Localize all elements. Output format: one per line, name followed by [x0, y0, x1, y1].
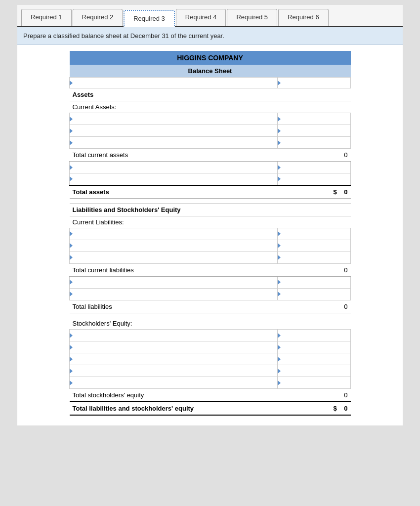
nca-input-2[interactable] [70, 173, 278, 185]
current-assets-label: Current Assets: [70, 101, 278, 113]
total-liab-se-value: 0 [344, 405, 347, 412]
total-liab-label: Total liabilities [70, 300, 278, 313]
instruction-text: Prepare a classified balance sheet at De… [23, 32, 224, 40]
se-input-4[interactable] [70, 365, 278, 377]
se-input-row-2 [70, 341, 351, 353]
liab-equity-label: Liabilities and Stockholders' Equity [70, 203, 351, 216]
se-value-5[interactable] [277, 377, 350, 389]
ncl-value-1[interactable] [277, 276, 350, 288]
se-input-row-3 [70, 353, 351, 365]
se-input-1[interactable] [70, 330, 278, 341]
balance-sheet-container: HIGGINS COMPANY Balance Sheet Assets [17, 45, 403, 425]
nca-input-1[interactable] [70, 162, 278, 173]
total-liab-se-label: Total liabilities and stockholders' equi… [70, 402, 278, 415]
se-value-2[interactable] [277, 341, 350, 353]
current-liab-row: Current Liabilities: [70, 216, 351, 228]
noncurrent-asset-row-1 [70, 162, 351, 173]
se-input-row-5 [70, 377, 351, 389]
total-liab-row: Total liabilities 0 [70, 300, 351, 313]
tabs-bar: Required 1 Required 2 Required 3 Require… [17, 5, 403, 27]
sheet-title-row: Balance Sheet [70, 65, 351, 78]
ca-value-1[interactable] [277, 113, 350, 125]
total-liab-se-row: Total liabilities and stockholders' equi… [70, 402, 351, 415]
liab-equity-section-row: Liabilities and Stockholders' Equity [70, 203, 351, 216]
spacer-input-1[interactable] [70, 78, 278, 88]
cl-input-row-2 [70, 240, 351, 252]
total-liab-se-cell: $ 0 [277, 402, 350, 415]
total-current-assets-row: Total current assets 0 [70, 149, 351, 162]
tab-required-5[interactable]: Required 5 [227, 9, 277, 26]
se-input-3[interactable] [70, 353, 278, 365]
tab-required-6[interactable]: Required 6 [278, 9, 329, 26]
current-liab-label: Current Liabilities: [70, 216, 278, 228]
total-current-liab-row: Total current liabilities 0 [70, 263, 351, 276]
se-input-2[interactable] [70, 341, 278, 353]
se-input-row-4 [70, 365, 351, 377]
total-current-liab-value: 0 [277, 263, 350, 276]
company-name: HIGGINS COMPANY [70, 51, 351, 65]
ncl-input-1[interactable] [70, 276, 278, 288]
ca-input-3[interactable] [70, 137, 278, 149]
current-asset-input-row-2 [70, 125, 351, 137]
stockholders-equity-label: Stockholders' Equity: [70, 318, 278, 330]
nca-value-2[interactable] [277, 173, 350, 185]
cl-input-1[interactable] [70, 228, 278, 240]
nca-value-1[interactable] [277, 162, 350, 173]
gap-1 [70, 198, 351, 203]
se-value-3[interactable] [277, 353, 350, 365]
current-asset-input-row-1 [70, 113, 351, 125]
total-liab-value: 0 [277, 300, 350, 313]
current-assets-row: Current Assets: [70, 101, 351, 113]
cl-input-row-1 [70, 228, 351, 240]
se-input-row-1 [70, 330, 351, 341]
instruction-bar: Prepare a classified balance sheet at De… [17, 27, 403, 45]
company-header-row: HIGGINS COMPANY [70, 51, 351, 65]
se-value-4[interactable] [277, 365, 350, 377]
total-assets-dollar: $ [334, 188, 337, 196]
assets-section-row: Assets [70, 88, 351, 101]
cl-input-2[interactable] [70, 240, 278, 252]
gap-2 [70, 313, 351, 318]
current-asset-input-row-3 [70, 137, 351, 149]
ncl-value-2[interactable] [277, 288, 350, 300]
total-se-value: 0 [277, 389, 350, 402]
sheet-title: Balance Sheet [70, 65, 351, 78]
assets-label: Assets [70, 88, 278, 101]
page-container: Required 1 Required 2 Required 3 Require… [17, 5, 403, 425]
total-current-assets-label: Total current assets [70, 149, 278, 162]
stockholders-equity-row: Stockholders' Equity: [70, 318, 351, 330]
ca-input-2[interactable] [70, 125, 278, 137]
cl-value-3[interactable] [277, 252, 350, 263]
total-se-label: Total stockholders' equity [70, 389, 278, 402]
total-current-liab-label: Total current liabilities [70, 263, 278, 276]
tab-required-4[interactable]: Required 4 [176, 9, 226, 26]
total-assets-label: Total assets [70, 185, 278, 199]
noncurrent-asset-row-2 [70, 173, 351, 185]
ca-value-2[interactable] [277, 125, 350, 137]
total-assets-value: 0 [344, 188, 347, 196]
balance-sheet-table: HIGGINS COMPANY Balance Sheet Assets [69, 51, 351, 416]
cl-input-row-3 [70, 252, 351, 263]
total-assets-row: Total assets $ 0 [70, 185, 351, 199]
spacer-1 [70, 78, 351, 88]
ncl-input-2[interactable] [70, 288, 278, 300]
cl-value-2[interactable] [277, 240, 350, 252]
total-assets-cell: $ 0 [277, 185, 350, 199]
ncl-input-row-1 [70, 276, 351, 288]
ncl-input-row-2 [70, 288, 351, 300]
ca-input-1[interactable] [70, 113, 278, 125]
total-se-row: Total stockholders' equity 0 [70, 389, 351, 402]
ca-value-3[interactable] [277, 137, 350, 149]
total-liab-se-dollar: $ [334, 405, 337, 412]
se-value-1[interactable] [277, 330, 350, 341]
total-current-assets-value: 0 [277, 149, 350, 162]
cl-input-3[interactable] [70, 252, 278, 263]
se-input-5[interactable] [70, 377, 278, 389]
cl-value-1[interactable] [277, 228, 350, 240]
tab-required-3[interactable]: Required 3 [124, 10, 175, 27]
tab-required-2[interactable]: Required 2 [73, 9, 123, 26]
tab-required-1[interactable]: Required 1 [21, 9, 72, 26]
spacer-value-1[interactable] [277, 78, 350, 88]
